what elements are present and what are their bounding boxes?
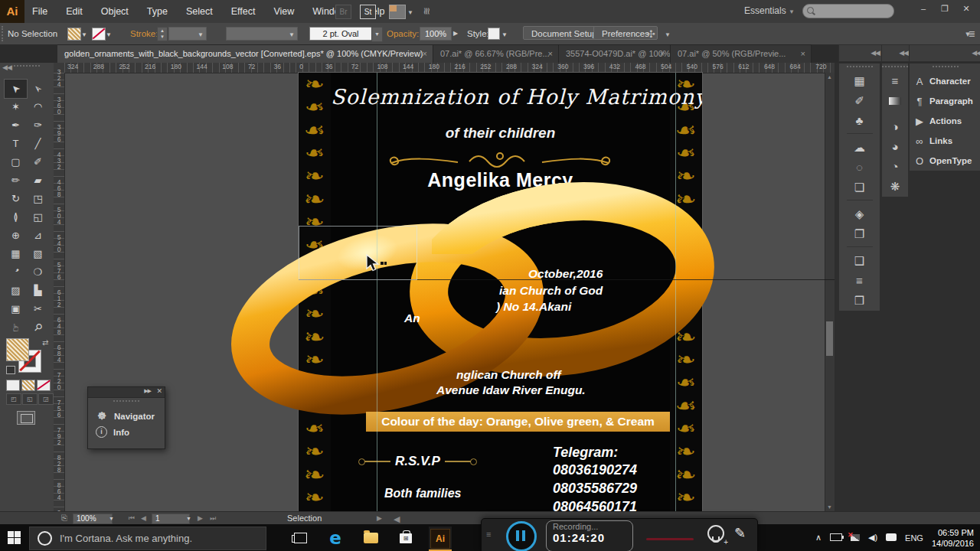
color-button[interactable] bbox=[6, 380, 20, 391]
layers-panel-icon[interactable]: ◈ bbox=[839, 204, 880, 224]
paintbrush-tool[interactable]: ✐ bbox=[27, 153, 49, 171]
navigator-grip[interactable] bbox=[113, 400, 139, 404]
transform-panel-icon[interactable]: ❑ bbox=[839, 251, 880, 271]
menu-edit[interactable]: Edit bbox=[66, 6, 83, 17]
panel-close-icon[interactable]: ✕ bbox=[156, 387, 162, 395]
illustrator-taskbar-button[interactable]: Ai bbox=[429, 527, 452, 550]
draw-normal-button[interactable]: ◰ bbox=[6, 393, 21, 405]
transparency-panel-icon[interactable]: ◑ bbox=[882, 117, 908, 137]
dock-grip[interactable] bbox=[882, 66, 908, 70]
notifications-icon[interactable] bbox=[886, 533, 897, 543]
network-icon[interactable]: ✕ bbox=[851, 533, 860, 543]
stroke-caret-icon[interactable]: ▼ bbox=[106, 31, 112, 38]
tab-close-icon[interactable]: × bbox=[660, 45, 665, 63]
slice-tool[interactable]: ✂ bbox=[27, 300, 49, 318]
tools-grip[interactable] bbox=[14, 65, 40, 69]
dock-header-2[interactable]: ◀◀ bbox=[881, 44, 912, 62]
column-graph-tool[interactable]: ▙ bbox=[27, 282, 49, 300]
tab-close-icon[interactable]: × bbox=[423, 45, 427, 63]
edge-button[interactable]: e bbox=[325, 529, 346, 547]
restore-button[interactable]: ❐ bbox=[934, 0, 956, 17]
scroll-down-icon[interactable]: ▼ bbox=[827, 504, 832, 510]
document-tab[interactable]: 35574-O0479D.ai* @ 100%...× bbox=[559, 44, 671, 63]
blend-tool[interactable]: ❍ bbox=[27, 263, 49, 282]
export-icon[interactable]: ⎘ bbox=[61, 514, 67, 523]
type-tool[interactable]: T bbox=[5, 135, 27, 153]
gradient-panel-icon[interactable] bbox=[882, 97, 908, 117]
volume-icon[interactable]: ◀) bbox=[868, 533, 877, 543]
draw-inside-button[interactable]: ◲ bbox=[38, 393, 54, 405]
shape-builder-tool[interactable]: ⊕ bbox=[5, 227, 27, 245]
pen-tool[interactable]: ✒ bbox=[5, 116, 27, 135]
prev-artboard-icon[interactable]: ◀ bbox=[141, 514, 146, 522]
default-fill-stroke-icon[interactable] bbox=[6, 366, 15, 374]
start-button[interactable] bbox=[8, 531, 21, 544]
language-indicator[interactable]: ENG bbox=[905, 533, 923, 543]
menu-type[interactable]: Type bbox=[147, 6, 168, 17]
hand-tool[interactable]: ☞ bbox=[5, 318, 27, 337]
cc-libraries-panel-icon[interactable]: ☁ bbox=[839, 138, 880, 158]
last-artboard-icon[interactable]: ⏭ bbox=[210, 514, 216, 523]
shaper-tool[interactable]: ✏ bbox=[5, 171, 27, 190]
width-profile-dropdown[interactable] bbox=[226, 27, 298, 41]
width-tool[interactable]: ≬ bbox=[5, 208, 27, 227]
artboard-caret-icon[interactable]: ▼ bbox=[186, 516, 191, 521]
dock-grip[interactable] bbox=[847, 66, 873, 70]
panel-expand-icon[interactable]: ▶▶ bbox=[144, 388, 151, 394]
selection-tool[interactable]: ➤ bbox=[5, 80, 27, 98]
panel-item-navigator[interactable]: ☸Navigator bbox=[88, 406, 165, 422]
document-tab[interactable]: 07.ai* @ 50% (RGB/Previe...× bbox=[671, 44, 812, 63]
brushes-panel-icon[interactable]: ✐ bbox=[839, 91, 880, 111]
panel-tab-links[interactable]: ∞Links bbox=[910, 131, 980, 151]
hscroll-right-icon[interactable]: ▶ bbox=[377, 514, 382, 522]
artboard-tool[interactable]: ▣ bbox=[5, 300, 27, 318]
fill-color-swatch[interactable] bbox=[6, 338, 29, 361]
task-view-button[interactable] bbox=[289, 529, 311, 547]
bridge-button[interactable]: Br bbox=[335, 5, 351, 19]
first-artboard-icon[interactable]: ⏮ bbox=[129, 514, 135, 523]
gradient-tool[interactable]: ▧ bbox=[27, 245, 49, 263]
stroke-panel-icon[interactable]: ≡ bbox=[882, 71, 908, 91]
draw-behind-button[interactable]: ◱ bbox=[22, 393, 38, 405]
next-artboard-icon[interactable]: ▶ bbox=[198, 514, 203, 522]
clock[interactable]: 06:59 PM 14/09/2016 bbox=[932, 527, 974, 549]
search-input[interactable] bbox=[802, 4, 894, 18]
battery-icon[interactable] bbox=[830, 533, 842, 543]
zoom-caret-icon[interactable]: ▼ bbox=[109, 516, 114, 521]
menu-select[interactable]: Select bbox=[186, 6, 213, 17]
dock-grip[interactable] bbox=[847, 133, 873, 136]
control-panel-menu-icon[interactable]: ▾≣ bbox=[965, 29, 974, 39]
asset-export-panel-icon[interactable]: ❏ bbox=[839, 178, 880, 197]
gradient-button[interactable] bbox=[21, 380, 35, 391]
navigator-panel-header[interactable]: ▶▶ ✕ bbox=[88, 387, 165, 398]
scroll-up-icon[interactable]: ▲ bbox=[827, 74, 832, 80]
swap-fill-stroke-icon[interactable]: ⇄ bbox=[42, 338, 48, 347]
cortana-search-input[interactable]: I'm Cortana. Ask me anything. bbox=[29, 527, 266, 550]
store-button[interactable]: ⊞ bbox=[395, 529, 416, 547]
rectangle-tool[interactable]: ▢ bbox=[5, 153, 27, 171]
workspace-caret-icon[interactable]: ▼ bbox=[789, 8, 795, 15]
menu-object[interactable]: Object bbox=[101, 6, 129, 17]
zoom-tool[interactable]: ⚲ bbox=[27, 318, 49, 337]
color-panel-icon[interactable]: ◕ bbox=[882, 137, 908, 157]
panel-item-info[interactable]: iInfo bbox=[88, 422, 165, 438]
menu-effect[interactable]: Effect bbox=[231, 6, 256, 17]
panel-tab-opentype[interactable]: OOpenType bbox=[910, 151, 980, 171]
brush-definition-dropdown[interactable]: 2 pt. Oval bbox=[309, 27, 372, 41]
screen-mode-button[interactable] bbox=[17, 411, 35, 425]
document-tab[interactable]: golden_ornaments_with_black_backgrounds_… bbox=[57, 44, 433, 63]
stock-button[interactable]: St bbox=[360, 5, 376, 19]
free-transform-tool[interactable]: ◱ bbox=[27, 208, 49, 227]
style-swatch[interactable] bbox=[488, 28, 500, 40]
vertical-ruler[interactable]: 3243603964324685045405766126486847207567… bbox=[54, 73, 65, 511]
dock-header-1[interactable]: ◀◀ bbox=[838, 44, 884, 62]
menu-file[interactable]: File bbox=[32, 6, 47, 17]
style-caret-icon[interactable]: ▼ bbox=[501, 31, 508, 38]
color-guide-panel-icon[interactable]: ◔ bbox=[882, 157, 908, 177]
webcam-icon[interactable] bbox=[707, 525, 724, 542]
adjustments-panel-icon[interactable]: ◌ bbox=[839, 158, 880, 178]
workspace-switcher[interactable]: Essentials bbox=[744, 5, 786, 16]
panel-tab-actions[interactable]: ▶Actions bbox=[910, 111, 980, 131]
scrollbar-thumb[interactable] bbox=[826, 321, 833, 356]
scale-tool[interactable]: ◳ bbox=[27, 190, 49, 208]
